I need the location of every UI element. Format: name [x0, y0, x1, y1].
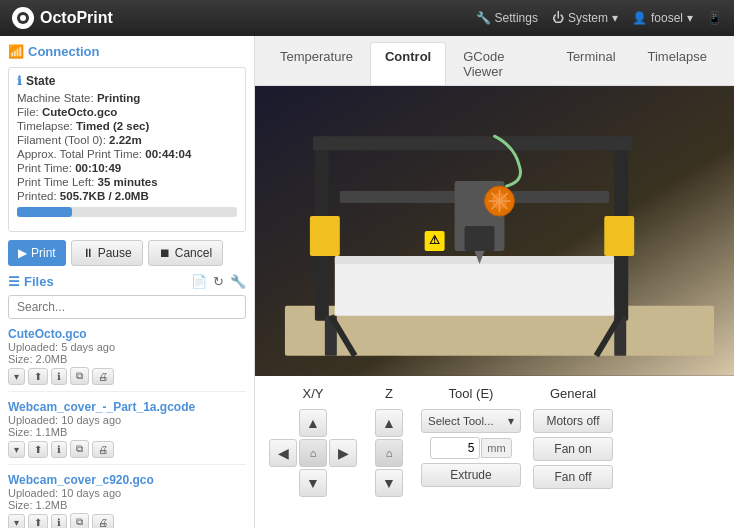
info-icon: ℹ [17, 74, 22, 88]
z-header: Z [385, 386, 393, 401]
user-link[interactable]: 👤 foosel ▾ [632, 11, 693, 25]
pause-button[interactable]: ⏸ Pause [71, 240, 143, 266]
xy-right-button[interactable]: ▶ [329, 439, 357, 467]
main-layout: 📶 Connection ℹ State Machine State: Prin… [0, 36, 734, 528]
file-info-btn-2[interactable]: ℹ [51, 441, 67, 458]
navbar: OctoPrint 🔧 Settings ⏻ System ▾ 👤 foosel… [0, 0, 734, 36]
mm-unit-label: mm [481, 438, 511, 458]
power-icon: ⏻ [552, 11, 564, 25]
filament-row: Filament (Tool 0): 2.22m [17, 134, 237, 146]
list-item: Webcam_cover_c920.gco Uploaded: 10 days … [8, 473, 246, 528]
system-link[interactable]: ⏻ System ▾ [552, 11, 618, 25]
file-actions-3: ▾ ⬆ ℹ ⧉ 🖨 [8, 513, 246, 528]
file-load-btn-3[interactable]: ▾ [8, 514, 25, 529]
content-area: Temperature Control GCode Viewer Termina… [255, 36, 734, 528]
tab-terminal[interactable]: Terminal [551, 42, 630, 85]
printed-row: Printed: 505.7KB / 2.0MB [17, 190, 237, 202]
approx-row: Approx. Total Print Time: 00:44:04 [17, 148, 237, 160]
chevron-down-icon3: ▾ [508, 414, 514, 428]
z-column: Z ▲ ⌂ ▼ [369, 386, 409, 518]
file-info-btn-1[interactable]: ℹ [51, 368, 67, 385]
xy-home-button[interactable]: ⌂ [299, 439, 327, 467]
tab-timelapse[interactable]: Timelapse [633, 42, 722, 85]
svg-rect-11 [604, 216, 634, 256]
file-load-btn-1[interactable]: ▾ [8, 368, 25, 385]
cancel-button[interactable]: ⏹ Cancel [148, 240, 223, 266]
svg-rect-9 [313, 136, 632, 150]
z-home-button[interactable]: ⌂ [375, 439, 403, 467]
file-print-btn-1[interactable]: 🖨 [92, 368, 114, 385]
wrench-icon[interactable]: 🔧 [230, 274, 246, 289]
file-copy-btn-3[interactable]: ⧉ [70, 513, 89, 528]
file-name-2[interactable]: Webcam_cover_-_Part_1a.gcode [8, 400, 246, 414]
xy-column: X/Y ▲ ◀ ⌂ ▶ ▼ [269, 386, 357, 518]
general-column: General Motors off Fan on Fan off [533, 386, 613, 518]
file-meta-2: Uploaded: 10 days ago Size: 1.1MB [8, 414, 246, 438]
file-print-btn-2[interactable]: 🖨 [92, 441, 114, 458]
file-actions-2: ▾ ⬆ ℹ ⧉ 🖨 [8, 440, 246, 458]
extrude-button[interactable]: Extrude [421, 463, 521, 487]
search-input[interactable] [8, 295, 246, 319]
file-upload-btn-1[interactable]: ⬆ [28, 368, 48, 385]
list-item: Webcam_cover_-_Part_1a.gcode Uploaded: 1… [8, 400, 246, 465]
file-print-btn-3[interactable]: 🖨 [92, 514, 114, 529]
z-arrow-grid: ▲ ⌂ ▼ [375, 409, 403, 497]
xy-header: X/Y [303, 386, 324, 401]
file-row: File: CuteOcto.gco [17, 106, 237, 118]
file-actions-1: ▾ ⬆ ℹ ⧉ 🖨 [8, 367, 246, 385]
files-title: ☰ Files [8, 274, 54, 289]
file-copy-btn-2[interactable]: ⧉ [70, 440, 89, 458]
list-icon: ☰ [8, 274, 20, 289]
files-icons: 📄 ↻ 🔧 [191, 274, 246, 289]
xy-left-button[interactable]: ◀ [269, 439, 297, 467]
z-up-button[interactable]: ▲ [375, 409, 403, 437]
file-upload-btn-2[interactable]: ⬆ [28, 441, 48, 458]
z-down-button[interactable]: ▼ [375, 469, 403, 497]
settings-link[interactable]: 🔧 Settings [476, 11, 538, 25]
file-name-3[interactable]: Webcam_cover_c920.gco [8, 473, 246, 487]
machine-state-row: Machine State: Printing [17, 92, 237, 104]
file-info-btn-3[interactable]: ℹ [51, 514, 67, 529]
connection-section: 📶 Connection [8, 44, 246, 59]
tabs-bar: Temperature Control GCode Viewer Termina… [255, 36, 734, 86]
print-control-buttons: ▶ Print ⏸ Pause ⏹ Cancel [8, 240, 246, 266]
fan-on-button[interactable]: Fan on [533, 437, 613, 461]
svg-text:⚠: ⚠ [429, 233, 440, 247]
file-load-btn-2[interactable]: ▾ [8, 441, 25, 458]
control-panel: ⚠ X/Y ▲ [255, 86, 734, 528]
tool-column: Tool (E) Select Tool... ▾ mm Extrude [421, 386, 521, 518]
mm-input-row: mm [430, 437, 511, 459]
timelapse-row: Timelapse: Timed (2 sec) [17, 120, 237, 132]
tab-temperature[interactable]: Temperature [265, 42, 368, 85]
logo-icon [12, 7, 34, 29]
stop-icon: ⏹ [159, 246, 171, 260]
xy-arrow-grid: ▲ ◀ ⌂ ▶ ▼ [269, 409, 357, 497]
fan-off-button[interactable]: Fan off [533, 465, 613, 489]
file-copy-btn-1[interactable]: ⧉ [70, 367, 89, 385]
brand-name: OctoPrint [40, 9, 113, 27]
svg-rect-10 [310, 216, 340, 256]
select-tool-button[interactable]: Select Tool... ▾ [421, 409, 521, 433]
xy-down-button[interactable]: ▼ [299, 469, 327, 497]
list-item: CuteOcto.gco Uploaded: 5 days ago Size: … [8, 327, 246, 392]
mobile-link[interactable]: 📱 [707, 11, 722, 25]
tab-gcode-viewer[interactable]: GCode Viewer [448, 42, 549, 85]
refresh-icon[interactable]: ↻ [213, 274, 224, 289]
motors-off-button[interactable]: Motors off [533, 409, 613, 433]
printer-image: ⚠ [255, 86, 734, 376]
file-meta-3: Uploaded: 10 days ago Size: 1.2MB [8, 487, 246, 511]
xy-up-button[interactable]: ▲ [299, 409, 327, 437]
print-time-left-row: Print Time Left: 35 minutes [17, 176, 237, 188]
file-upload-btn-3[interactable]: ⬆ [28, 514, 48, 529]
files-section: ☰ Files 📄 ↻ 🔧 CuteOcto.gco Uploaded: 5 d… [8, 274, 246, 528]
new-file-icon[interactable]: 📄 [191, 274, 207, 289]
file-name-1[interactable]: CuteOcto.gco [8, 327, 246, 341]
control-grid: X/Y ▲ ◀ ⌂ ▶ ▼ [255, 376, 734, 528]
mm-input[interactable] [430, 437, 480, 459]
chevron-down-icon2: ▾ [687, 11, 693, 25]
print-button[interactable]: ▶ Print [8, 240, 66, 266]
user-icon: 👤 [632, 11, 647, 25]
connection-title[interactable]: 📶 Connection [8, 44, 246, 59]
svg-rect-5 [335, 256, 614, 316]
tab-control[interactable]: Control [370, 42, 446, 85]
